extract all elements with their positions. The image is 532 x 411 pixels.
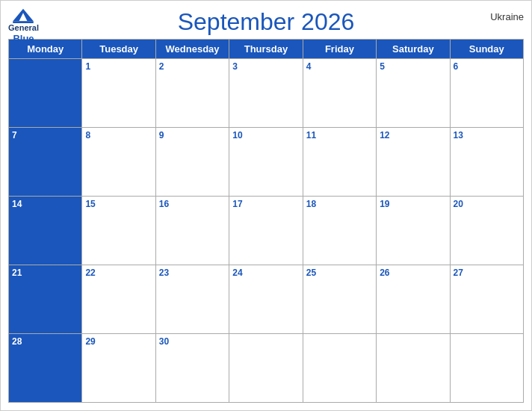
weekday-header-tuesday: Tuesday	[82, 40, 155, 59]
logo-area: General Blue	[8, 7, 39, 45]
weekday-header-saturday: Saturday	[377, 40, 450, 59]
day-number: 13	[454, 130, 463, 140]
day-number: 3	[232, 61, 238, 72]
week-row-3: 21222324252627	[9, 265, 524, 334]
logo-blue-text: Blue	[13, 33, 34, 45]
calendar-grid: MondayTuesdayWednesdayThursdayFridaySatu…	[8, 39, 524, 403]
day-number: 26	[380, 268, 389, 278]
day-cell: 3	[229, 59, 303, 128]
day-cell: 29	[82, 334, 155, 403]
day-cell	[303, 334, 377, 403]
calendar: General Blue September 2026 Ukraine Mond…	[0, 0, 532, 411]
day-cell	[451, 334, 524, 403]
day-cell: 1	[82, 59, 155, 128]
calendar-header: General Blue September 2026 Ukraine	[8, 7, 524, 36]
day-number: 22	[85, 268, 95, 278]
day-number: 25	[306, 268, 316, 278]
day-number: 19	[380, 199, 389, 209]
day-number: 24	[232, 268, 242, 278]
day-number: 1	[85, 61, 90, 72]
day-number: 11	[306, 130, 316, 140]
day-cell: 12	[377, 128, 450, 197]
day-number: 29	[85, 336, 95, 347]
day-cell: 10	[229, 128, 303, 197]
day-number: 15	[85, 199, 95, 209]
day-number: 14	[12, 199, 22, 209]
day-cell: 22	[82, 265, 155, 334]
day-cell: 21	[9, 265, 82, 334]
day-cell	[377, 334, 450, 403]
day-cell: 17	[229, 197, 303, 265]
week-row-0: 123456	[9, 59, 524, 128]
day-cell: 5	[377, 59, 450, 128]
generalblue-logo-icon	[13, 7, 34, 23]
day-cell: 24	[229, 265, 303, 334]
day-number: 5	[380, 61, 385, 72]
day-cell: 11	[303, 128, 377, 197]
day-cell: 16	[156, 197, 229, 265]
day-cell: 9	[156, 128, 229, 197]
day-cell: 2	[156, 59, 229, 128]
week-row-1: 78910111213	[9, 128, 524, 197]
weekday-header-thursday: Thursday	[229, 40, 303, 59]
day-number: 21	[12, 268, 22, 278]
logo-general-text: General	[8, 23, 39, 33]
day-number: 16	[159, 199, 169, 209]
day-cell: 23	[156, 265, 229, 334]
day-cell: 20	[451, 197, 524, 265]
day-cell: 13	[451, 128, 524, 197]
weekday-header-sunday: Sunday	[451, 40, 524, 59]
day-number: 10	[232, 130, 242, 140]
day-cell: 25	[303, 265, 377, 334]
day-cell: 6	[451, 59, 524, 128]
day-cell: 7	[9, 128, 82, 197]
week-row-2: 14151617181920	[9, 197, 524, 265]
day-number: 7	[12, 130, 17, 140]
day-number: 12	[380, 130, 389, 140]
day-cell: 4	[303, 59, 377, 128]
week-row-4: 282930	[9, 334, 524, 403]
day-number: 8	[85, 130, 90, 140]
day-number: 4	[306, 61, 312, 72]
day-cell	[9, 59, 82, 128]
day-cell: 27	[451, 265, 524, 334]
day-cell: 18	[303, 197, 377, 265]
day-cell	[229, 334, 303, 403]
day-number: 28	[12, 336, 22, 347]
day-number: 2	[159, 61, 164, 72]
day-number: 20	[454, 199, 463, 209]
weekday-headers: MondayTuesdayWednesdayThursdayFridaySatu…	[9, 40, 524, 59]
day-number: 6	[454, 61, 459, 72]
day-cell: 8	[82, 128, 155, 197]
day-number: 9	[159, 130, 164, 140]
calendar-title: September 2026	[178, 8, 355, 36]
country-label: Ukraine	[490, 11, 524, 22]
day-cell: 28	[9, 334, 82, 403]
weekday-header-friday: Friday	[303, 40, 377, 59]
weeks-container: 1234567891011121314151617181920212223242…	[9, 59, 524, 403]
day-number: 23	[159, 268, 169, 278]
day-number: 27	[454, 268, 463, 278]
day-cell: 15	[82, 197, 155, 265]
day-number: 18	[306, 199, 316, 209]
day-cell: 26	[377, 265, 450, 334]
day-number: 30	[159, 336, 169, 347]
weekday-header-wednesday: Wednesday	[156, 40, 229, 59]
day-number: 17	[232, 199, 242, 209]
day-cell: 30	[156, 334, 229, 403]
day-cell: 14	[9, 197, 82, 265]
day-cell: 19	[377, 197, 450, 265]
